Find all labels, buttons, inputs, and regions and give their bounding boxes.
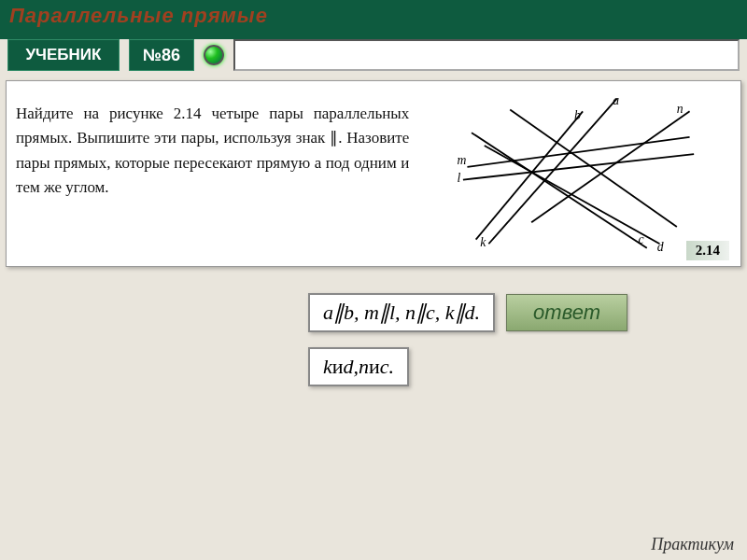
svg-text:c: c	[639, 232, 644, 246]
textbook-chip[interactable]: УЧЕБНИК	[7, 39, 120, 71]
figure-2-14: a b m l n k c d 2.14	[409, 94, 731, 257]
answer-button[interactable]: ответ	[506, 294, 627, 331]
answer-line-2: k и d, n и c.	[308, 347, 409, 386]
svg-text:m: m	[458, 153, 467, 167]
svg-text:b: b	[574, 108, 581, 122]
svg-text:k: k	[480, 235, 486, 249]
svg-text:l: l	[458, 171, 461, 185]
problem-text: Найдите на рисунке 2.14 четыре пары пара…	[16, 94, 409, 257]
answers-block: a∥b, m∥l, n∥c, k∥d. ответ k и d, n и c.	[0, 293, 747, 386]
header-bar: Параллельные прямые	[0, 0, 747, 39]
problem-panel: Найдите на рисунке 2.14 четыре пары пара…	[6, 80, 741, 267]
lines-diagram-icon: a b m l n k c d	[409, 94, 731, 257]
svg-text:n: n	[677, 102, 684, 116]
page-title: Параллельные прямые	[9, 4, 268, 27]
status-orb-icon[interactable]	[204, 45, 224, 65]
search-input[interactable]	[233, 39, 740, 71]
svg-line-6	[472, 133, 647, 248]
svg-line-4	[531, 111, 689, 222]
figure-label: 2.14	[686, 241, 729, 260]
problem-number-chip[interactable]: №86	[129, 39, 194, 71]
toolbar: УЧЕБНИК №86	[0, 37, 747, 80]
svg-text:d: d	[657, 240, 664, 254]
svg-text:a: a	[613, 94, 619, 107]
answer-line-1: a∥b, m∥l, n∥c, k∥d.	[308, 293, 495, 332]
footer-label: Практикум	[651, 535, 734, 554]
svg-line-1	[476, 111, 583, 239]
